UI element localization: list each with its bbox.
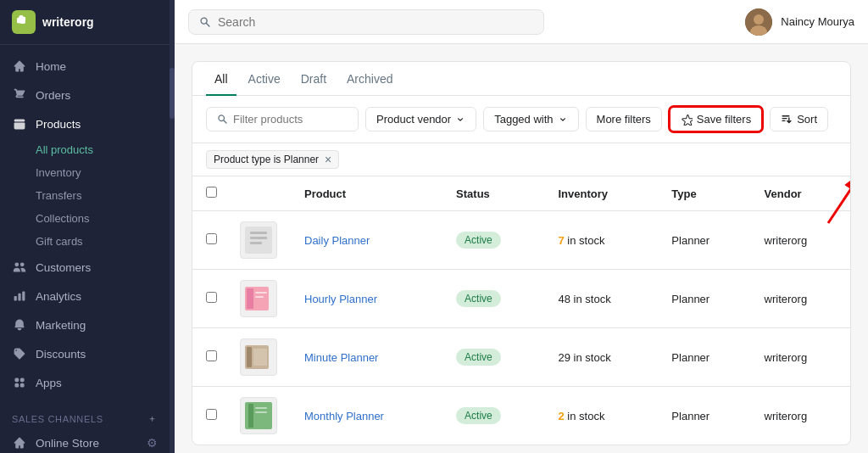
row-type-cell: Planner — [658, 211, 750, 270]
main-area: Naincy Mourya All Active Draft Archived — [175, 0, 868, 453]
row-checkbox[interactable] — [206, 350, 217, 361]
row-status-cell: Active — [442, 328, 544, 387]
filter-search-box[interactable] — [206, 107, 359, 131]
row-checkbox[interactable] — [206, 233, 217, 244]
sidebar-item-collections[interactable]: Collections — [0, 207, 170, 230]
row-checkbox[interactable] — [206, 292, 217, 303]
online-store-settings-icon[interactable]: ⚙ — [147, 436, 158, 450]
user-avatar[interactable] — [745, 8, 772, 36]
products-card: All Active Draft Archived Product vendor — [192, 61, 851, 445]
row-checkbox-cell — [192, 328, 226, 387]
sidebar-item-online-store[interactable]: Online Store ⚙ — [0, 428, 170, 453]
row-name-cell[interactable]: Minute Planner — [291, 328, 442, 387]
row-checkbox[interactable] — [206, 409, 217, 420]
row-vendor-cell: writerorg — [751, 270, 850, 328]
table-row: Daily Planner Active 7 in stock Planner … — [192, 211, 850, 270]
product-thumbnail — [240, 221, 277, 259]
search-input[interactable] — [218, 15, 533, 29]
shopify-logo-icon — [12, 10, 36, 34]
row-name-cell[interactable]: Monthly Planner — [291, 387, 442, 445]
row-checkbox-cell — [192, 387, 226, 445]
status-badge: Active — [456, 290, 501, 307]
sidebar-item-orders[interactable]: Orders — [0, 81, 170, 109]
sidebar-item-transfers[interactable]: Transfers — [0, 184, 170, 207]
sidebar-item-analytics[interactable]: Analytics — [0, 282, 170, 310]
status-badge: Active — [456, 349, 501, 366]
sidebar-item-customers[interactable]: Customers — [0, 253, 170, 282]
tagged-with-button[interactable]: Tagged with — [483, 107, 578, 131]
sidebar-transfers-label: Transfers — [36, 189, 81, 202]
row-vendor-cell: writerorg — [751, 211, 850, 270]
sidebar-item-products[interactable]: Products — [0, 109, 170, 138]
tab-active[interactable]: Active — [240, 62, 289, 96]
sidebar-item-gift-cards[interactable]: Gift cards — [0, 230, 170, 253]
row-type-cell: Planner — [658, 270, 750, 328]
svg-rect-8 — [247, 288, 253, 309]
sidebar-item-marketing[interactable]: Marketing — [0, 310, 170, 339]
customers-icon — [12, 260, 27, 275]
filter-bar: Product vendor Tagged with More filters — [192, 96, 850, 143]
product-vendor-button[interactable]: Product vendor — [365, 107, 476, 131]
tab-draft[interactable]: Draft — [292, 62, 335, 96]
topbar-right: Naincy Mourya — [745, 8, 854, 36]
sidebar-logo[interactable]: writerorg — [0, 0, 170, 45]
row-type-cell: Planner — [658, 387, 750, 445]
user-name: Naincy Mourya — [781, 15, 854, 28]
row-inventory-cell: 48 in stock — [544, 270, 658, 328]
topbar: Naincy Mourya — [175, 0, 868, 44]
row-name-cell[interactable]: Daily Planner — [291, 211, 442, 270]
save-filters-button[interactable]: Save filters — [669, 106, 763, 132]
product-thumbnail — [240, 397, 277, 434]
sidebar-item-all-products[interactable]: All products — [0, 138, 170, 161]
row-vendor-cell: writerorg — [751, 387, 850, 445]
row-thumb-cell — [226, 328, 291, 387]
sidebar-analytics-label: Analytics — [36, 290, 81, 303]
sidebar-item-apps[interactable]: Apps — [0, 368, 170, 397]
svg-rect-16 — [255, 407, 267, 409]
sort-button[interactable]: Sort — [770, 107, 828, 131]
sidebar-item-inventory[interactable]: Inventory — [0, 161, 170, 184]
row-checkbox-cell — [192, 270, 226, 328]
analytics-icon — [12, 288, 27, 304]
store-name: writerorg — [42, 15, 94, 29]
row-status-cell: Active — [442, 270, 544, 328]
sidebar-item-home[interactable]: Home — [0, 52, 170, 81]
global-search[interactable] — [188, 9, 544, 35]
inventory-col-header: Inventory — [544, 176, 658, 211]
svg-point-1 — [754, 14, 764, 25]
row-type-cell: Planner — [658, 328, 750, 387]
row-checkbox-cell — [192, 211, 226, 270]
row-status-cell: Active — [442, 387, 544, 445]
row-vendor-cell: writerorg — [751, 328, 850, 387]
svg-rect-3 — [245, 226, 272, 254]
remove-filter-button[interactable]: × — [325, 154, 331, 165]
sidebar-item-discounts[interactable]: Discounts — [0, 339, 170, 368]
sort-icon — [781, 114, 793, 126]
tab-all[interactable]: All — [206, 62, 236, 96]
sidebar-nav: Home Orders Products All products — [0, 45, 170, 404]
sidebar-all-products-label: All products — [36, 143, 93, 156]
active-filters-bar: Product type is Planner × — [192, 143, 850, 176]
filter-products-input[interactable] — [233, 113, 335, 126]
products-table: Product Status Inventory Type Vendor Dai… — [192, 176, 850, 445]
row-inventory-cell: 29 in stock — [544, 328, 658, 387]
save-filters-star-icon — [681, 114, 693, 126]
sidebar-customers-label: Customers — [36, 261, 91, 274]
product-table-body: Daily Planner Active 7 in stock Planner … — [192, 211, 850, 445]
svg-rect-17 — [255, 411, 267, 413]
more-filters-button[interactable]: More filters — [586, 107, 662, 131]
row-name-cell[interactable]: Hourly Planner — [291, 270, 442, 328]
svg-rect-6 — [250, 242, 262, 244]
sales-channels-label: SALES CHANNELS ＋ — [0, 404, 170, 428]
sidebar-products-subnav: All products Inventory Transfers Collect… — [0, 138, 170, 253]
tab-archived[interactable]: Archived — [338, 62, 401, 96]
vendor-col-header: Vendor — [751, 176, 850, 211]
row-inventory-cell: 7 in stock — [544, 211, 658, 270]
select-all-checkbox[interactable] — [206, 187, 217, 198]
product-col-header: Product — [291, 176, 442, 211]
table-row: Minute Planner Active 29 in stock Planne… — [192, 328, 850, 387]
svg-rect-5 — [250, 237, 267, 239]
add-sales-channel-icon[interactable]: ＋ — [147, 412, 158, 425]
sidebar-item-orders-label: Orders — [36, 89, 70, 102]
row-thumb-cell — [226, 270, 291, 328]
